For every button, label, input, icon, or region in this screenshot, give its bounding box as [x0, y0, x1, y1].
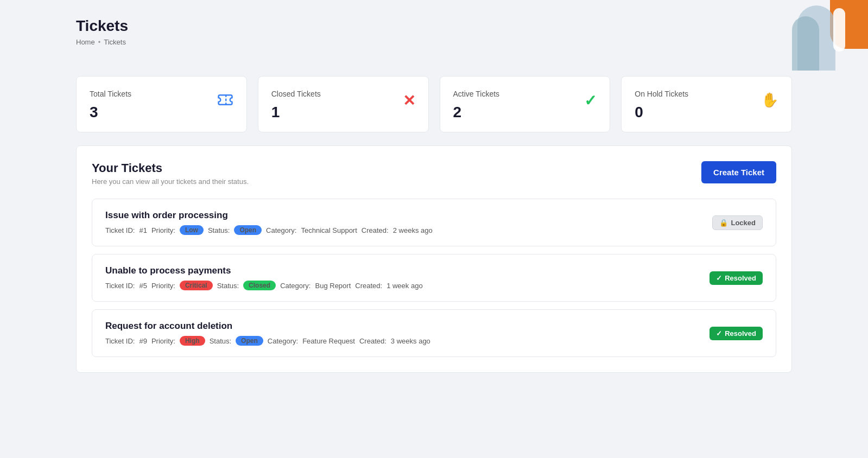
- breadcrumb-separator: •: [98, 38, 101, 46]
- stat-value-closed: 1: [271, 104, 321, 121]
- category-label-2: Category:: [268, 337, 298, 345]
- created-value-2: 3 weeks ago: [391, 337, 430, 345]
- status-badge-0: Open: [234, 225, 262, 235]
- stat-label-closed: Closed Tickets: [271, 90, 321, 98]
- stat-info-closed: Closed Tickets 1: [271, 90, 321, 121]
- category-value-1: Bug Report: [315, 282, 351, 290]
- ticket-id-label-0: Ticket ID:: [105, 226, 135, 234]
- stat-label-active: Active Tickets: [453, 90, 500, 98]
- priority-label-0: Priority:: [151, 226, 175, 234]
- tickets-title: Your Tickets: [92, 161, 249, 175]
- ticket-right-status-0: 🔒 Locked: [712, 215, 763, 230]
- ticket-info-0: Issue with order processing Ticket ID: #…: [105, 210, 433, 235]
- breadcrumb: Home • Tickets: [76, 38, 792, 46]
- priority-label-2: Priority:: [151, 337, 175, 345]
- tickets-section: Your Tickets Here you can view all your …: [76, 145, 792, 373]
- status-label-0: Status:: [208, 226, 230, 234]
- table-row: Request for account deletion Ticket ID: …: [92, 309, 776, 357]
- table-row: Unable to process payments Ticket ID: #5…: [92, 254, 776, 302]
- priority-badge-0: Low: [180, 225, 204, 235]
- stat-value-total: 3: [90, 104, 131, 121]
- ticket-right-status-1: ✓ Resolved: [709, 271, 763, 285]
- hand-icon: ✋: [761, 92, 778, 109]
- page-title: Tickets: [76, 17, 792, 35]
- ticket-info-2: Request for account deletion Ticket ID: …: [105, 321, 430, 346]
- stat-card-active: Active Tickets 2 ✓: [440, 76, 611, 132]
- main-content: Total Tickets 3 Closed Tickets 1 ✕ Activ…: [0, 76, 868, 395]
- breadcrumb-current: Tickets: [104, 38, 126, 46]
- stat-label-onhold: On Hold Tickets: [635, 90, 688, 98]
- priority-badge-1: Critical: [180, 281, 213, 290]
- category-label-0: Category:: [266, 226, 296, 234]
- category-value-0: Technical Support: [301, 226, 357, 234]
- status-badge-1: Closed: [243, 281, 276, 290]
- ticket-id-label-2: Ticket ID:: [105, 337, 135, 345]
- stat-card-total: Total Tickets 3: [76, 76, 247, 132]
- created-value-1: 1 week ago: [387, 282, 423, 290]
- header-decoration: [770, 0, 868, 76]
- created-value-0: 2 weeks ago: [393, 226, 433, 234]
- stat-label-total: Total Tickets: [90, 90, 131, 98]
- ticket-id-label-1: Ticket ID:: [105, 282, 135, 290]
- stat-info-total: Total Tickets 3: [90, 90, 131, 121]
- check-icon: ✓: [584, 92, 597, 110]
- ticket-name-1: Unable to process payments: [105, 265, 423, 276]
- stats-grid: Total Tickets 3 Closed Tickets 1 ✕ Activ…: [76, 76, 792, 132]
- lock-icon: 🔒: [719, 219, 728, 227]
- stat-card-closed: Closed Tickets 1 ✕: [258, 76, 429, 132]
- stat-value-active: 2: [453, 104, 500, 121]
- ticket-meta-0: Ticket ID: #1 Priority: Low Status: Open…: [105, 225, 433, 235]
- created-label-1: Created:: [355, 282, 382, 290]
- ticket-id-value-2: #9: [139, 337, 147, 345]
- status-label-2: Status:: [210, 337, 231, 345]
- x-icon: ✕: [403, 92, 415, 110]
- ticket-icon: [217, 92, 233, 111]
- tickets-subtitle: Here you can view all your tickets and t…: [92, 177, 249, 186]
- stat-info-active: Active Tickets 2: [453, 90, 500, 121]
- page-header: Tickets Home • Tickets: [0, 0, 868, 76]
- ticket-meta-2: Ticket ID: #9 Priority: High Status: Ope…: [105, 336, 430, 346]
- stat-value-onhold: 0: [635, 104, 688, 121]
- tickets-header-text: Your Tickets Here you can view all your …: [92, 161, 249, 186]
- category-label-1: Category:: [280, 282, 311, 290]
- status-badge-2: Open: [236, 336, 263, 346]
- ticket-name-0: Issue with order processing: [105, 210, 433, 221]
- priority-label-1: Priority:: [151, 282, 175, 290]
- breadcrumb-home: Home: [76, 38, 95, 46]
- stat-card-onhold: On Hold Tickets 0 ✋: [621, 76, 792, 132]
- ticket-id-value-1: #5: [139, 282, 147, 290]
- table-row: Issue with order processing Ticket ID: #…: [92, 199, 776, 246]
- status-label-1: Status:: [217, 282, 239, 290]
- tickets-header: Your Tickets Here you can view all your …: [92, 161, 776, 186]
- stat-info-onhold: On Hold Tickets 0: [635, 90, 688, 121]
- resolved-check-icon-1: ✓: [716, 274, 722, 282]
- priority-badge-2: High: [180, 336, 205, 346]
- ticket-info-1: Unable to process payments Ticket ID: #5…: [105, 265, 423, 290]
- resolved-check-icon-2: ✓: [716, 329, 722, 338]
- ticket-right-status-2: ✓ Resolved: [709, 327, 763, 340]
- created-label-0: Created:: [362, 226, 389, 234]
- category-value-2: Feature Request: [302, 337, 355, 345]
- ticket-id-value-0: #1: [139, 226, 147, 234]
- created-label-2: Created:: [359, 337, 387, 345]
- create-ticket-button[interactable]: Create Ticket: [701, 161, 776, 183]
- ticket-meta-1: Ticket ID: #5 Priority: Critical Status:…: [105, 281, 423, 290]
- ticket-name-2: Request for account deletion: [105, 321, 430, 332]
